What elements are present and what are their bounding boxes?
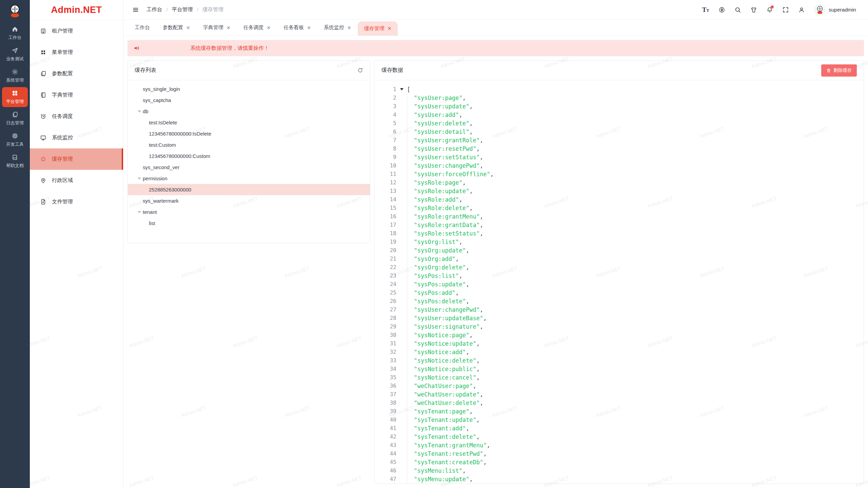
sidebar-item-tenant[interactable]: 租户管理 (30, 20, 123, 42)
tree-node[interactable]: test:Custom (128, 139, 370, 150)
rail-item-label: 业务测试 (6, 56, 24, 62)
sidebar-item-cache[interactable]: 缓存管理 (30, 148, 123, 170)
tree-node[interactable]: tenant (128, 206, 370, 218)
tree-node[interactable]: sys_single_login (128, 83, 370, 95)
close-tab-icon[interactable]: ✕ (267, 25, 271, 30)
code-line: 38 "weChatUser:delete", (375, 399, 864, 407)
tree-node[interactable]: 123456780000000:IsDelete (128, 128, 370, 139)
line-number: 35 (375, 374, 396, 381)
rail-item-platform-mgmt[interactable]: 平台管理 (2, 87, 28, 107)
code-line: 28 "sysUser:updateBase", (375, 314, 864, 322)
code-line: 42 "sysTenant:delete", (375, 432, 864, 441)
tab-workbench[interactable]: 工作台 (128, 20, 156, 36)
code-line: 10 "sysUser:changePwd", (375, 161, 864, 170)
tree-node[interactable]: list (128, 218, 370, 229)
line-number: 6 (375, 128, 396, 135)
close-tab-icon[interactable]: ✕ (388, 26, 392, 31)
delete-cache-button[interactable]: 删除缓存 (821, 64, 857, 77)
line-number: 25 (375, 289, 396, 296)
secondary-sidebar: Admin.NET 租户管理 菜单管理 参数配置 字典管理 任务调度 系统监控 … (30, 0, 123, 488)
tree-node[interactable]: test:IsDelete (128, 117, 370, 128)
code-line: 14 "sysRole:add", (375, 195, 864, 204)
tab-task-board[interactable]: 任务看板 ✕ (277, 20, 317, 36)
code-line: 27 "sysUser:changePwd", (375, 305, 864, 314)
sidebar-item-config[interactable]: 参数配置 (30, 63, 123, 84)
search-icon[interactable] (734, 6, 741, 13)
sidebar-item-menu[interactable]: 菜单管理 (30, 42, 123, 63)
code-line: 32 "sysNotice:add", (375, 348, 864, 356)
app-logo[interactable] (0, 0, 30, 22)
user-menu[interactable]: superadmin (814, 4, 859, 16)
i18n-icon[interactable] (718, 6, 725, 13)
book-icon (12, 154, 18, 161)
collapse-menu-icon[interactable] (132, 6, 139, 13)
close-tab-icon[interactable]: ✕ (347, 25, 351, 30)
tab-schedule[interactable]: 任务调度 ✕ (237, 20, 277, 36)
tree-expand-icon[interactable] (136, 178, 143, 180)
sidebar-item-dictionary[interactable]: 字典管理 (30, 84, 123, 106)
line-number: 14 (375, 196, 396, 203)
line-number: 38 (375, 400, 396, 406)
theme-shirt-icon[interactable] (750, 6, 757, 13)
close-tab-icon[interactable]: ✕ (226, 25, 231, 30)
rail-item-system-mgmt[interactable]: 系统管理 (2, 66, 28, 86)
tree-expand-icon[interactable] (136, 211, 143, 213)
line-number: 47 (375, 476, 396, 482)
sidebar-item-region[interactable]: 行政区域 (30, 170, 123, 191)
sidebar-item-schedule[interactable]: 任务调度 (30, 106, 123, 127)
code-line: 43 "sysTenant:grantMenu", (375, 441, 864, 449)
tree-node[interactable]: sys_second_ver (128, 162, 370, 173)
rail-item-help-docs[interactable]: 帮助文档 (2, 151, 28, 171)
line-number: 34 (375, 366, 396, 372)
tree-node[interactable]: permission (128, 173, 370, 184)
notification-badge (771, 5, 774, 8)
tab-label: 系统监控 (324, 24, 344, 31)
tree-node[interactable]: 123456780000000:Custom (128, 150, 370, 162)
code-line: 45 "sysTenant:createDb", (375, 458, 864, 466)
tree-node[interactable]: 252885263000000 (128, 184, 370, 195)
tree-node-label: 252885263000000 (149, 187, 191, 192)
breadcrumb-item[interactable]: 平台管理 (172, 6, 193, 13)
code-line: 34 "sysNotice:public", (375, 365, 864, 373)
line-number: 3 (375, 103, 396, 109)
line-number: 20 (375, 247, 396, 253)
tree-node-label: tenant (143, 209, 157, 215)
user-icon[interactable] (798, 6, 805, 13)
tab-cache[interactable]: 缓存管理 ✕ (358, 21, 398, 36)
tree-node[interactable]: db (128, 106, 370, 117)
rail-item-log-mgmt[interactable]: 日志管理 (2, 108, 28, 128)
font-size-icon[interactable]: TT (702, 6, 709, 13)
line-number: 19 (375, 239, 396, 245)
tree-node[interactable]: sys_wartermark (128, 195, 370, 206)
line-number: 33 (375, 357, 396, 364)
rail-item-dev-tools[interactable]: 开发工具 (2, 130, 28, 150)
tree-node-label: sys_wartermark (143, 198, 179, 204)
home-icon (12, 26, 18, 33)
close-tab-icon[interactable]: ✕ (186, 25, 190, 30)
breadcrumb-item[interactable]: 工作台 (146, 6, 162, 13)
rail-item-label: 日志管理 (6, 120, 24, 126)
tree-node[interactable]: sys_captcha (128, 95, 370, 106)
code-line: 4 "sysUser:add", (375, 110, 864, 119)
refresh-icon[interactable] (357, 67, 363, 73)
tree-node-label: list (149, 220, 155, 226)
notifications-bell-icon[interactable] (766, 6, 773, 13)
rail-item-workbench[interactable]: 工作台 (2, 23, 28, 43)
line-number: 29 (375, 323, 396, 330)
tab-dictionary[interactable]: 字典管理 ✕ (197, 20, 237, 36)
sidebar-item-monitor[interactable]: 系统监控 (30, 127, 123, 148)
fold-caret-icon[interactable] (396, 88, 407, 90)
app-root: 工作台 业务测试 系统管理 平台管理 日志管理 开发工具 帮助文档 Admin.… (0, 0, 868, 488)
tab-monitor[interactable]: 系统监控 ✕ (317, 20, 358, 36)
tab-config[interactable]: 参数配置 ✕ (156, 20, 197, 36)
code-line: 40 "sysTenant:update", (375, 415, 864, 424)
rail-item-biz-test[interactable]: 业务测试 (2, 44, 28, 64)
line-number: 10 (375, 162, 396, 169)
fullscreen-icon[interactable] (782, 6, 789, 13)
brand-logo-text: Admin.NET (30, 0, 123, 20)
sidebar-item-file[interactable]: 文件管理 (30, 191, 123, 212)
line-number: 31 (375, 340, 396, 347)
code-line: 8 "sysUser:resetPwd", (375, 144, 864, 153)
close-tab-icon[interactable]: ✕ (307, 25, 311, 30)
tree-expand-icon[interactable] (136, 110, 143, 113)
